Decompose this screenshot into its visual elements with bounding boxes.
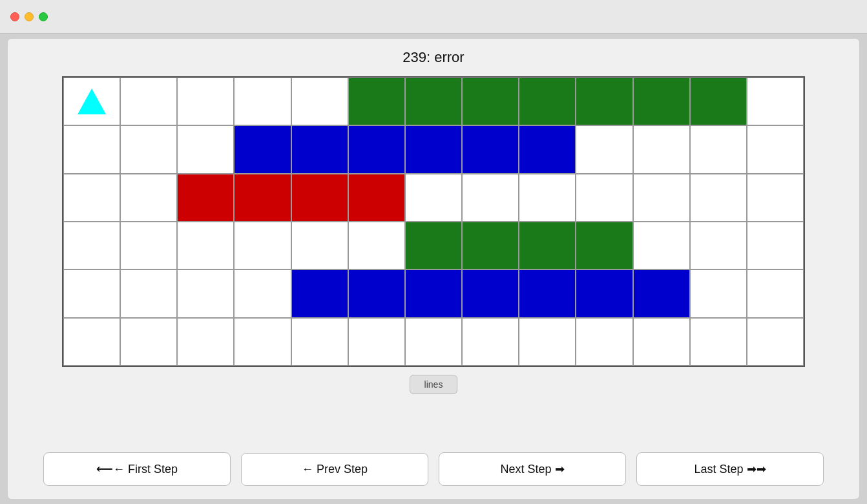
grid-cell [633,78,690,125]
grid-cell [63,125,120,173]
grid-cell [405,318,462,366]
grid-cell [177,125,234,173]
grid-cell [690,174,747,222]
grid-cell [291,269,348,317]
grid-cell [519,78,576,125]
grid-cell [690,125,747,173]
grid-cell [348,269,405,317]
grid-cell [291,318,348,366]
grid-cell [747,269,804,317]
grid-cell [234,78,291,125]
grid-cell [63,222,120,269]
grid-cell [120,174,177,222]
grid-cell [63,78,120,125]
grid-cell [234,174,291,222]
grid-cell [234,269,291,317]
grid-cell [405,174,462,222]
window-title: 239: error [402,49,464,66]
grid-cell [462,125,519,173]
grid-cell [291,125,348,173]
nav-bar: ⟵← First Step ← Prev Step Next Step ➡ La… [18,445,849,488]
grid-cell [177,318,234,366]
grid-cell [633,269,690,317]
grid-cell [405,125,462,173]
grid-cell [576,174,632,222]
lines-button[interactable]: lines [410,375,458,394]
grid-cell [177,78,234,125]
grid-cell [519,222,576,269]
grid-cell [177,174,234,222]
grid-cell [747,125,804,173]
grid-cell [120,125,177,173]
grid-cell [747,318,804,366]
grid-cell [234,222,291,269]
grid-cell [462,269,519,317]
grid-cell [120,222,177,269]
grid-cell [348,222,405,269]
grid-cell [690,318,747,366]
grid-cell [576,318,632,366]
grid-cell [63,269,120,317]
grid-cell [633,318,690,366]
close-button[interactable] [10,12,19,21]
grid-cell [576,78,632,125]
grid-cell [690,222,747,269]
triangle-marker [78,89,106,114]
grid-cell [405,269,462,317]
first-step-button[interactable]: ⟵← First Step [43,452,231,486]
grid-cell [120,318,177,366]
grid-cell [519,318,576,366]
grid-cell [348,78,405,125]
grid-cell [63,318,120,366]
grid-cell [291,222,348,269]
grid-cell [405,222,462,269]
grid-cell [63,174,120,222]
grid-cell [519,269,576,317]
grid-cell [576,222,632,269]
grid-cell [291,174,348,222]
grid-cell [747,78,804,125]
last-step-button[interactable]: Last Step ➡➡ [636,452,824,486]
grid-cell [177,269,234,317]
prev-step-button[interactable]: ← Prev Step [241,453,428,486]
grid-cell [234,318,291,366]
grid-cell [462,318,519,366]
grid-cell [405,78,462,125]
grid-cell [462,78,519,125]
grid-cell [519,174,576,222]
grid-cell [747,222,804,269]
grid-cell [120,78,177,125]
grid-cell [576,269,632,317]
minimize-button[interactable] [25,12,34,21]
grid-cell [234,125,291,173]
grid-cell [348,174,405,222]
lines-area: lines [410,375,458,394]
grid-cell [462,174,519,222]
grid-cell [291,78,348,125]
grid-cell [633,174,690,222]
grid-cell [633,125,690,173]
next-step-button[interactable]: Next Step ➡ [439,452,626,486]
grid-cell [348,318,405,366]
grid-cell [348,125,405,173]
grid-cell [576,125,632,173]
grid-cell [519,125,576,173]
grid-cell [462,222,519,269]
grid-cell [747,174,804,222]
title-bar [0,0,867,34]
grid-cell [120,269,177,317]
grid-cell [177,222,234,269]
grid [62,76,805,367]
grid-cell [690,269,747,317]
grid-cell [633,222,690,269]
maximize-button[interactable] [39,12,48,21]
grid-cell [690,78,747,125]
main-window: 239: error lines ⟵← First Step ← Prev St… [8,39,859,499]
